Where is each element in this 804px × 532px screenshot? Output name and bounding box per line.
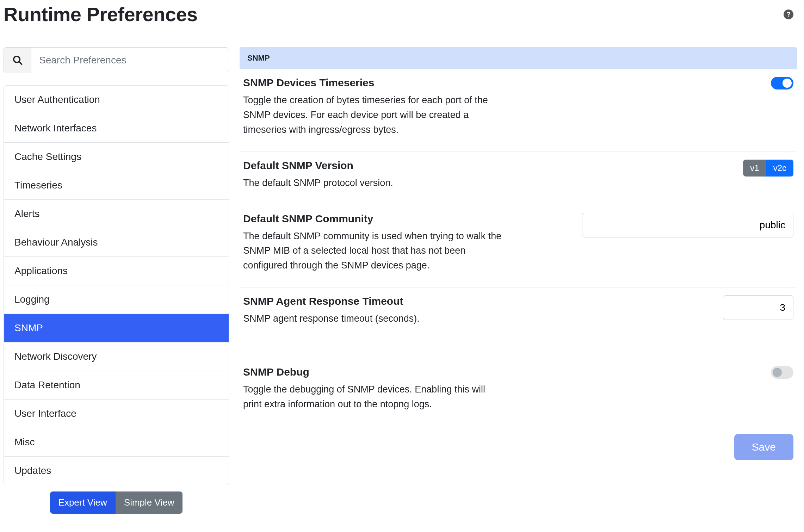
setting-title: Default SNMP Version <box>243 160 504 172</box>
sidebar-item-cache-settings[interactable]: Cache Settings <box>4 143 229 171</box>
sidebar-item-snmp[interactable]: SNMP <box>4 314 229 342</box>
snmp-timeseries-toggle[interactable] <box>771 77 793 89</box>
sidebar-item-applications[interactable]: Applications <box>4 257 229 285</box>
sidebar-nav: User AuthenticationNetwork InterfacesCac… <box>4 85 229 485</box>
sidebar-item-alerts[interactable]: Alerts <box>4 200 229 228</box>
search-input[interactable] <box>31 48 229 73</box>
snmp-version-segment: v1 v2c <box>743 160 793 177</box>
snmp-debug-toggle[interactable] <box>771 366 793 379</box>
sidebar-item-network-discovery[interactable]: Network Discovery <box>4 342 229 371</box>
section-header: SNMP <box>240 47 797 69</box>
setting-desc: SNMP agent response timeout (seconds). <box>243 311 504 326</box>
setting-title: SNMP Agent Response Timeout <box>243 295 504 307</box>
setting-snmp-timeout: SNMP Agent Response Timeout SNMP agent r… <box>240 287 797 358</box>
setting-desc: The default SNMP protocol version. <box>243 176 504 191</box>
expert-view-button[interactable]: Expert View <box>50 491 116 514</box>
search-group <box>4 47 229 73</box>
sidebar-item-timeseries[interactable]: Timeseries <box>4 171 229 200</box>
sidebar-item-user-interface[interactable]: User Interface <box>4 400 229 428</box>
sidebar-item-behaviour-analysis[interactable]: Behaviour Analysis <box>4 228 229 257</box>
snmp-version-v1[interactable]: v1 <box>743 160 766 177</box>
help-icon[interactable]: ? <box>784 10 793 19</box>
svg-line-1 <box>19 62 22 65</box>
simple-view-button[interactable]: Simple View <box>116 491 183 514</box>
save-button[interactable]: Save <box>734 434 793 460</box>
snmp-timeout-input[interactable] <box>723 295 793 320</box>
setting-snmp-timeseries: SNMP Devices Timeseries Toggle the creat… <box>240 69 797 152</box>
setting-desc: Toggle the creation of bytes timeseries … <box>243 93 504 137</box>
sidebar-item-misc[interactable]: Misc <box>4 428 229 457</box>
sidebar-item-user-authentication[interactable]: User Authentication <box>4 86 229 114</box>
snmp-community-input[interactable] <box>582 213 793 237</box>
setting-title: SNMP Debug <box>243 366 504 378</box>
view-toggle: Expert View Simple View <box>4 491 229 514</box>
snmp-version-v2c[interactable]: v2c <box>766 160 793 177</box>
setting-desc: Toggle the debugging of SNMP devices. En… <box>243 382 504 412</box>
page-title: Runtime Preferences <box>4 2 198 26</box>
setting-title: SNMP Devices Timeseries <box>243 77 504 89</box>
setting-desc: The default SNMP community is used when … <box>243 229 504 273</box>
setting-snmp-debug: SNMP Debug Toggle the debugging of SNMP … <box>240 358 797 426</box>
svg-point-0 <box>13 56 20 63</box>
sidebar-item-network-interfaces[interactable]: Network Interfaces <box>4 114 229 143</box>
setting-snmp-version: Default SNMP Version The default SNMP pr… <box>240 152 797 205</box>
setting-snmp-community: Default SNMP Community The default SNMP … <box>240 205 797 288</box>
sidebar-item-updates[interactable]: Updates <box>4 457 229 485</box>
sidebar-item-data-retention[interactable]: Data Retention <box>4 371 229 400</box>
sidebar-item-logging[interactable]: Logging <box>4 285 229 314</box>
setting-title: Default SNMP Community <box>243 213 504 225</box>
search-icon <box>4 48 31 73</box>
